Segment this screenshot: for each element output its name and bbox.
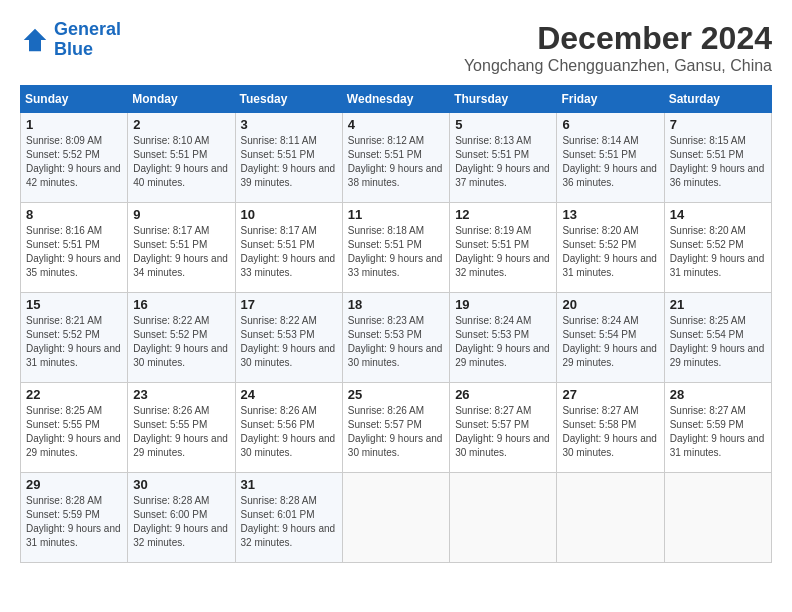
calendar-cell: 11Sunrise: 8:18 AMSunset: 5:51 PMDayligh… — [342, 203, 449, 293]
day-detail: Sunrise: 8:26 AMSunset: 5:55 PMDaylight:… — [133, 404, 229, 460]
calendar-week-row: 8Sunrise: 8:16 AMSunset: 5:51 PMDaylight… — [21, 203, 772, 293]
calendar-cell: 20Sunrise: 8:24 AMSunset: 5:54 PMDayligh… — [557, 293, 664, 383]
calendar-cell: 5Sunrise: 8:13 AMSunset: 5:51 PMDaylight… — [450, 113, 557, 203]
day-number: 9 — [133, 207, 229, 222]
day-detail: Sunrise: 8:20 AMSunset: 5:52 PMDaylight:… — [670, 224, 766, 280]
calendar-cell — [450, 473, 557, 563]
calendar-cell: 22Sunrise: 8:25 AMSunset: 5:55 PMDayligh… — [21, 383, 128, 473]
day-of-week-header: Thursday — [450, 86, 557, 113]
day-detail: Sunrise: 8:22 AMSunset: 5:52 PMDaylight:… — [133, 314, 229, 370]
logo: General Blue — [20, 20, 121, 60]
calendar-cell: 15Sunrise: 8:21 AMSunset: 5:52 PMDayligh… — [21, 293, 128, 383]
calendar-cell: 9Sunrise: 8:17 AMSunset: 5:51 PMDaylight… — [128, 203, 235, 293]
day-detail: Sunrise: 8:24 AMSunset: 5:54 PMDaylight:… — [562, 314, 658, 370]
day-number: 17 — [241, 297, 337, 312]
day-number: 24 — [241, 387, 337, 402]
day-detail: Sunrise: 8:25 AMSunset: 5:54 PMDaylight:… — [670, 314, 766, 370]
day-number: 19 — [455, 297, 551, 312]
day-detail: Sunrise: 8:09 AMSunset: 5:52 PMDaylight:… — [26, 134, 122, 190]
calendar-cell: 10Sunrise: 8:17 AMSunset: 5:51 PMDayligh… — [235, 203, 342, 293]
day-detail: Sunrise: 8:17 AMSunset: 5:51 PMDaylight:… — [133, 224, 229, 280]
calendar-cell: 14Sunrise: 8:20 AMSunset: 5:52 PMDayligh… — [664, 203, 771, 293]
day-number: 1 — [26, 117, 122, 132]
day-of-week-header: Saturday — [664, 86, 771, 113]
day-number: 21 — [670, 297, 766, 312]
day-number: 27 — [562, 387, 658, 402]
day-detail: Sunrise: 8:28 AMSunset: 6:00 PMDaylight:… — [133, 494, 229, 550]
day-detail: Sunrise: 8:16 AMSunset: 5:51 PMDaylight:… — [26, 224, 122, 280]
page-header: General Blue December 2024 Yongchang Che… — [20, 20, 772, 75]
day-number: 11 — [348, 207, 444, 222]
day-detail: Sunrise: 8:13 AMSunset: 5:51 PMDaylight:… — [455, 134, 551, 190]
logo-icon — [20, 25, 50, 55]
day-detail: Sunrise: 8:17 AMSunset: 5:51 PMDaylight:… — [241, 224, 337, 280]
day-detail: Sunrise: 8:10 AMSunset: 5:51 PMDaylight:… — [133, 134, 229, 190]
day-number: 14 — [670, 207, 766, 222]
day-of-week-header: Friday — [557, 86, 664, 113]
calendar-week-row: 22Sunrise: 8:25 AMSunset: 5:55 PMDayligh… — [21, 383, 772, 473]
calendar-cell: 29Sunrise: 8:28 AMSunset: 5:59 PMDayligh… — [21, 473, 128, 563]
day-number: 2 — [133, 117, 229, 132]
day-detail: Sunrise: 8:19 AMSunset: 5:51 PMDaylight:… — [455, 224, 551, 280]
day-number: 22 — [26, 387, 122, 402]
calendar-cell: 18Sunrise: 8:23 AMSunset: 5:53 PMDayligh… — [342, 293, 449, 383]
calendar-cell — [557, 473, 664, 563]
day-detail: Sunrise: 8:12 AMSunset: 5:51 PMDaylight:… — [348, 134, 444, 190]
day-detail: Sunrise: 8:27 AMSunset: 5:57 PMDaylight:… — [455, 404, 551, 460]
day-number: 28 — [670, 387, 766, 402]
day-detail: Sunrise: 8:21 AMSunset: 5:52 PMDaylight:… — [26, 314, 122, 370]
month-title: December 2024 — [464, 20, 772, 57]
calendar-cell: 26Sunrise: 8:27 AMSunset: 5:57 PMDayligh… — [450, 383, 557, 473]
day-detail: Sunrise: 8:27 AMSunset: 5:59 PMDaylight:… — [670, 404, 766, 460]
day-of-week-header: Sunday — [21, 86, 128, 113]
calendar-cell: 21Sunrise: 8:25 AMSunset: 5:54 PMDayligh… — [664, 293, 771, 383]
calendar-cell: 12Sunrise: 8:19 AMSunset: 5:51 PMDayligh… — [450, 203, 557, 293]
calendar-cell: 4Sunrise: 8:12 AMSunset: 5:51 PMDaylight… — [342, 113, 449, 203]
title-block: December 2024 Yongchang Chengguanzhen, G… — [464, 20, 772, 75]
day-detail: Sunrise: 8:26 AMSunset: 5:56 PMDaylight:… — [241, 404, 337, 460]
day-number: 3 — [241, 117, 337, 132]
day-number: 18 — [348, 297, 444, 312]
day-number: 20 — [562, 297, 658, 312]
day-number: 7 — [670, 117, 766, 132]
day-number: 10 — [241, 207, 337, 222]
calendar-cell: 8Sunrise: 8:16 AMSunset: 5:51 PMDaylight… — [21, 203, 128, 293]
logo-line2: Blue — [54, 40, 121, 60]
calendar-cell: 2Sunrise: 8:10 AMSunset: 5:51 PMDaylight… — [128, 113, 235, 203]
svg-marker-0 — [24, 29, 47, 52]
day-number: 30 — [133, 477, 229, 492]
day-of-week-header: Tuesday — [235, 86, 342, 113]
day-detail: Sunrise: 8:11 AMSunset: 5:51 PMDaylight:… — [241, 134, 337, 190]
day-number: 29 — [26, 477, 122, 492]
calendar-cell: 17Sunrise: 8:22 AMSunset: 5:53 PMDayligh… — [235, 293, 342, 383]
calendar-cell: 23Sunrise: 8:26 AMSunset: 5:55 PMDayligh… — [128, 383, 235, 473]
day-number: 5 — [455, 117, 551, 132]
day-detail: Sunrise: 8:25 AMSunset: 5:55 PMDaylight:… — [26, 404, 122, 460]
calendar-week-row: 15Sunrise: 8:21 AMSunset: 5:52 PMDayligh… — [21, 293, 772, 383]
location: Yongchang Chengguanzhen, Gansu, China — [464, 57, 772, 75]
day-detail: Sunrise: 8:28 AMSunset: 6:01 PMDaylight:… — [241, 494, 337, 550]
calendar-cell: 27Sunrise: 8:27 AMSunset: 5:58 PMDayligh… — [557, 383, 664, 473]
calendar-cell — [342, 473, 449, 563]
day-detail: Sunrise: 8:28 AMSunset: 5:59 PMDaylight:… — [26, 494, 122, 550]
day-detail: Sunrise: 8:27 AMSunset: 5:58 PMDaylight:… — [562, 404, 658, 460]
day-number: 4 — [348, 117, 444, 132]
day-number: 15 — [26, 297, 122, 312]
day-detail: Sunrise: 8:20 AMSunset: 5:52 PMDaylight:… — [562, 224, 658, 280]
day-number: 8 — [26, 207, 122, 222]
calendar-cell: 6Sunrise: 8:14 AMSunset: 5:51 PMDaylight… — [557, 113, 664, 203]
day-number: 25 — [348, 387, 444, 402]
calendar-cell: 25Sunrise: 8:26 AMSunset: 5:57 PMDayligh… — [342, 383, 449, 473]
day-of-week-header: Monday — [128, 86, 235, 113]
calendar-cell: 13Sunrise: 8:20 AMSunset: 5:52 PMDayligh… — [557, 203, 664, 293]
calendar-cell — [664, 473, 771, 563]
day-of-week-header: Wednesday — [342, 86, 449, 113]
calendar-week-row: 29Sunrise: 8:28 AMSunset: 5:59 PMDayligh… — [21, 473, 772, 563]
logo-line1: General — [54, 19, 121, 39]
day-number: 16 — [133, 297, 229, 312]
day-number: 23 — [133, 387, 229, 402]
day-number: 31 — [241, 477, 337, 492]
logo-text: General Blue — [54, 20, 121, 60]
calendar-cell: 24Sunrise: 8:26 AMSunset: 5:56 PMDayligh… — [235, 383, 342, 473]
day-detail: Sunrise: 8:26 AMSunset: 5:57 PMDaylight:… — [348, 404, 444, 460]
